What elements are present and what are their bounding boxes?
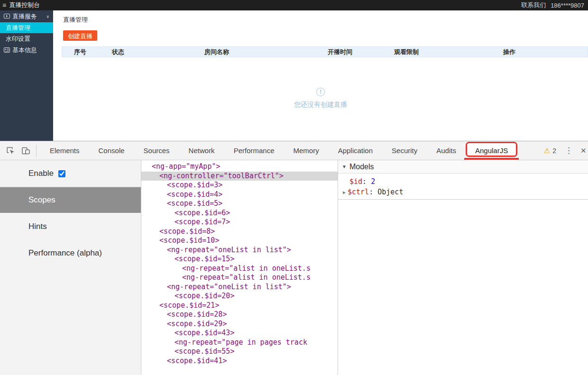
devtools-tabbar-right: ⚠ 2 ⋮ ✕: [544, 146, 588, 155]
live-service-icon: [4, 14, 10, 19]
account-phone: 186****9807: [551, 2, 584, 9]
models-collapse-icon[interactable]: ▼: [342, 164, 347, 169]
app-title: 直播控制台: [9, 1, 40, 9]
column-header-4: 观看限制: [394, 47, 419, 57]
column-header-2: 房间名称: [204, 47, 229, 57]
scope-tree-row[interactable]: <ng-repeat="alist in oneList.s: [141, 273, 338, 283]
scope-tree-row[interactable]: <scope.$id=43>: [141, 329, 338, 338]
warning-icon: ⚠: [544, 146, 550, 155]
chevron-down-icon[interactable]: ∨: [46, 14, 49, 19]
contact-us-link[interactable]: 联系我们: [521, 1, 546, 9]
devtools-tab-console[interactable]: Console: [89, 141, 134, 160]
devtools-tab-network[interactable]: Network: [179, 141, 224, 160]
sidebar-item-label: 基本信息: [12, 46, 50, 55]
sidebar-item-label: 水印设置: [6, 35, 30, 43]
scope-tree-row[interactable]: <scope.$id=20>: [141, 292, 338, 301]
batarang-nav: ScopesHintsPerformance (alpha): [0, 187, 141, 266]
create-live-button[interactable]: 创建直播: [63, 30, 97, 41]
devtools-panel: ElementsConsoleSourcesNetworkPerformance…: [0, 141, 588, 375]
scope-tree-row[interactable]: <scope.$id=28>: [141, 310, 338, 320]
batarang-nav-performance-alpha[interactable]: Performance (alpha): [0, 240, 141, 266]
scope-tree-row[interactable]: <scope.$id=41>: [141, 357, 338, 366]
close-devtools-icon[interactable]: ✕: [580, 146, 588, 155]
enable-label: Enable: [28, 169, 54, 178]
more-options-icon[interactable]: ⋮: [565, 146, 573, 155]
disclosure-triangle-icon[interactable]: ▶: [343, 190, 346, 195]
models-panel: ▼ Models $id: 2▶$ctrl: Object: [338, 160, 588, 375]
topbar: ≡ 直播控制台 联系我们 186****9807: [0, 0, 588, 10]
scope-tree-panel: <ng-app="myApp"><ng-controller="toolBarC…: [141, 160, 338, 375]
scope-tree-row[interactable]: <scope.$id=21>: [141, 301, 338, 311]
profile-card-icon: [4, 47, 10, 53]
scope-tree-row[interactable]: <ng-controller="toolBarCtrl">: [141, 172, 338, 181]
scope-tree-row[interactable]: <scope.$id=29>: [141, 320, 338, 329]
column-header-3: 开播时间: [328, 47, 352, 57]
sidebar-item-label: 直播管理: [6, 24, 30, 32]
toolbar-separator: [36, 145, 37, 157]
model-value: 2: [371, 177, 375, 186]
scope-tree-row[interactable]: <ng-repeat="alist in oneList.s: [141, 264, 338, 274]
sidebar-item-watermark-settings[interactable]: 水印设置: [0, 33, 53, 44]
devtools-tabs: ElementsConsoleSourcesNetworkPerformance…: [40, 141, 517, 160]
table-empty-area: ! 您还没有创建直播: [53, 57, 588, 139]
devtools-tab-elements[interactable]: Elements: [40, 141, 89, 160]
empty-state-text: 您还没有创建直播: [294, 101, 347, 109]
column-header-5: 操作: [503, 47, 515, 57]
model-colon: :: [362, 177, 371, 186]
model-value: Object: [377, 188, 403, 196]
models-header: ▼ Models: [338, 160, 588, 174]
scope-tree-row[interactable]: <ng-repeat="page in pages track: [141, 338, 338, 348]
scope-tree-row[interactable]: <scope.$id=15>: [141, 255, 338, 264]
scope-tree-row[interactable]: <scope.$id=3>: [141, 181, 338, 190]
model-key: $id: [349, 177, 362, 186]
scope-tree-row[interactable]: <scope.$id=7>: [141, 218, 338, 227]
scope-tree-row[interactable]: <scope.$id=8>: [141, 227, 338, 237]
console-warning-counter[interactable]: ⚠ 2: [544, 146, 556, 155]
devtools-tab-sources[interactable]: Sources: [134, 141, 179, 160]
warning-count: 2: [552, 147, 556, 155]
devtools-tab-security[interactable]: Security: [382, 141, 427, 160]
scope-tree-row[interactable]: <ng-repeat="oneList in list">: [141, 246, 338, 255]
scope-tree-row[interactable]: <scope.$id=10>: [141, 236, 338, 246]
topbar-right: 联系我们 186****9807: [521, 1, 584, 9]
devtools-tab-application[interactable]: Application: [329, 141, 382, 160]
page-title: 直播管理: [63, 16, 588, 24]
model-row-ctrl[interactable]: ▶$ctrl: Object: [338, 187, 588, 197]
model-row-id: $id: 2: [338, 176, 588, 187]
devtools-tab-angularjs[interactable]: AngularJS: [466, 141, 517, 160]
devtools-tab-audits[interactable]: Audits: [427, 141, 466, 160]
hamburger-menu-icon[interactable]: ≡: [2, 1, 6, 9]
column-header-0: 序号: [74, 47, 86, 57]
column-header-1: 状态: [112, 47, 124, 57]
model-colon: :: [369, 188, 377, 196]
table-header-row: 序号状态房间名称开播时间观看限制操作: [62, 46, 588, 57]
sidebar-item-label: 直播服务: [12, 12, 46, 21]
inspect-element-icon[interactable]: [6, 146, 15, 155]
batarang-nav-scopes[interactable]: Scopes: [0, 187, 141, 213]
batarang-sidebar: Enable ScopesHintsPerformance (alpha): [0, 160, 141, 375]
models-title: Models: [349, 163, 374, 171]
empty-state-icon: !: [316, 88, 325, 96]
device-toolbar-icon[interactable]: [21, 146, 30, 155]
enable-checkbox[interactable]: [58, 170, 65, 177]
scope-tree-row[interactable]: <scope.$id=5>: [141, 199, 338, 209]
page: ≡ 直播控制台 联系我们 186****9807 直播服务 ∨ 直播管理 水印设…: [0, 0, 588, 375]
devtools-body: Enable ScopesHintsPerformance (alpha) <n…: [0, 160, 588, 375]
enable-row: Enable: [0, 160, 141, 187]
sidebar-item-live-service[interactable]: 直播服务 ∨: [0, 10, 53, 22]
devtools-tab-performance[interactable]: Performance: [224, 141, 284, 160]
batarang-nav-hints[interactable]: Hints: [0, 214, 141, 239]
model-key: $ctrl: [348, 188, 369, 196]
scope-tree-row[interactable]: <scope.$id=4>: [141, 190, 338, 200]
devtools-tab-memory[interactable]: Memory: [284, 141, 329, 160]
scope-tree-row[interactable]: <scope.$id=55>: [141, 347, 338, 357]
scope-tree-row[interactable]: <ng-app="myApp">: [141, 162, 338, 172]
devtools-tabbar: ElementsConsoleSourcesNetworkPerformance…: [0, 141, 588, 160]
scope-tree-row[interactable]: <ng-repeat="oneList in list">: [141, 283, 338, 292]
model-rows: $id: 2▶$ctrl: Object: [338, 174, 588, 200]
sidebar-item-basic-info[interactable]: 基本信息: [0, 44, 53, 56]
scope-tree-row[interactable]: <scope.$id=6>: [141, 209, 338, 218]
sidebar-item-live-management[interactable]: 直播管理: [0, 22, 53, 33]
